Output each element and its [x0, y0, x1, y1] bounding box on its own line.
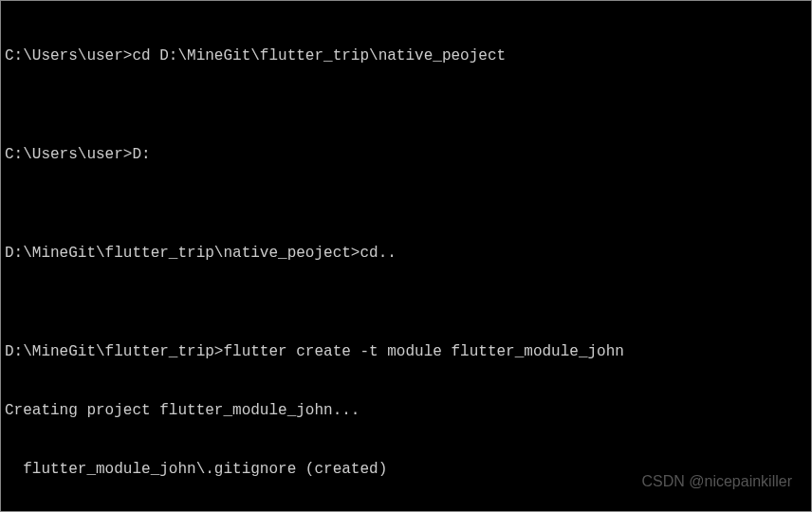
terminal-line: D:\MineGit\flutter_trip\native_peoject>c… — [5, 244, 807, 264]
terminal-line: D:\MineGit\flutter_trip>flutter create -… — [5, 342, 807, 362]
terminal-line: C:\Users\user>cd D:\MineGit\flutter_trip… — [5, 46, 807, 66]
terminal-output: C:\Users\user>cd D:\MineGit\flutter_trip… — [5, 7, 807, 512]
terminal-line: C:\Users\user>D: — [5, 145, 807, 165]
terminal-line: Creating project flutter_module_john... — [5, 401, 807, 421]
watermark-text: CSDN @nicepainkiller — [641, 472, 792, 492]
